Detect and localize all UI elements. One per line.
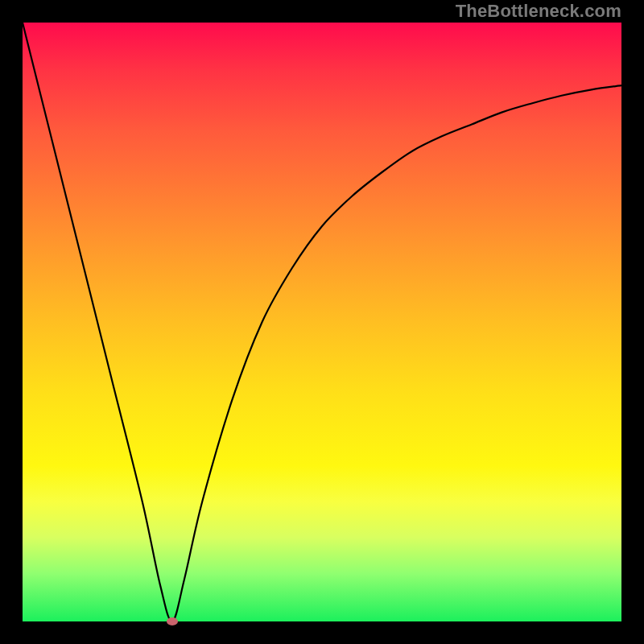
curve-layer xyxy=(23,23,621,621)
watermark-text: TheBottleneck.com xyxy=(456,0,621,23)
min-marker xyxy=(167,617,178,625)
chart-frame: TheBottleneck.com xyxy=(0,0,644,644)
plot-area xyxy=(23,23,621,621)
bottleneck-curve-path xyxy=(23,23,621,621)
